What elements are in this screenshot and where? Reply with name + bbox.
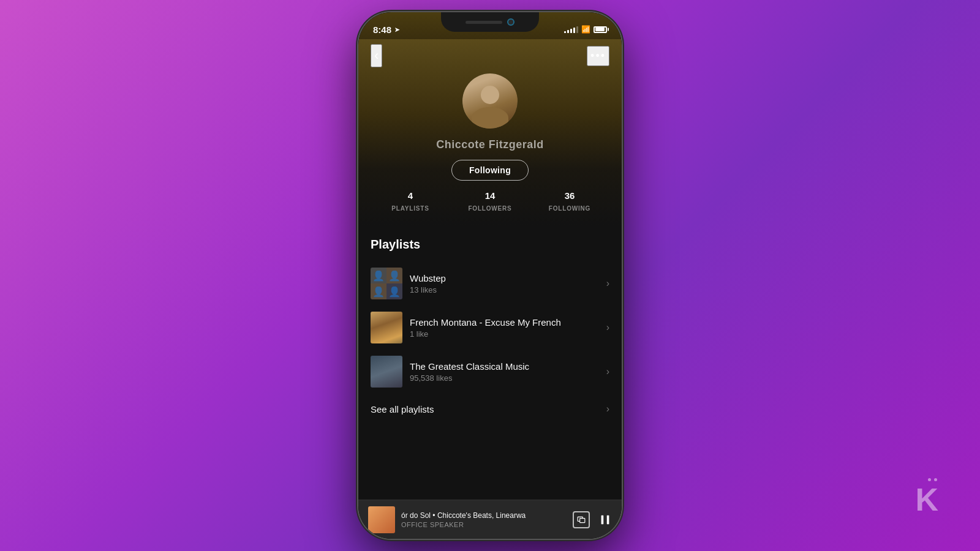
french-montana-thumbnail xyxy=(371,312,402,343)
kicker-logo: K xyxy=(915,484,937,515)
wubstep-name: Wubstep xyxy=(410,273,599,283)
classical-info: The Greatest Classical Music 95,538 like… xyxy=(410,361,599,383)
battery-icon xyxy=(594,26,607,33)
french-montana-likes: 1 like xyxy=(410,329,599,339)
svg-rect-3 xyxy=(607,515,609,524)
status-icons: 📶 xyxy=(564,25,607,34)
stats-row: 4 PLAYLISTS 14 FOLLOWERS 36 FOLLOWING xyxy=(358,190,622,213)
signal-icon xyxy=(564,26,578,33)
playlist-item-wubstep[interactable]: 👤 👤 👤 👤 Wubstep 13 likes › xyxy=(358,261,622,305)
avatar xyxy=(462,73,518,129)
avatar-container xyxy=(358,73,622,129)
svg-rect-2 xyxy=(601,515,604,524)
mini-player-title: ór do Sol • Chiccote's Beats, Linearwa xyxy=(401,511,567,520)
chevron-right-icon: › xyxy=(606,322,609,333)
device-button[interactable] xyxy=(573,511,590,528)
status-time: 8:48 ➤ xyxy=(373,24,399,35)
mini-player[interactable]: ór do Sol • Chiccote's Beats, Linearwa O… xyxy=(358,500,622,539)
chevron-right-icon: › xyxy=(606,278,609,289)
speaker-slot xyxy=(466,21,502,24)
mini-player-subtitle: OFFICE SPEAKER xyxy=(401,521,567,528)
following-button[interactable]: Following xyxy=(451,160,529,181)
camera xyxy=(507,18,514,26)
see-all-label: See all playlists xyxy=(371,404,434,414)
playlist-item-classical[interactable]: The Greatest Classical Music 95,538 like… xyxy=(358,350,622,394)
french-montana-name: French Montana - Excuse My French xyxy=(410,317,599,328)
username: Chiccote Fitzgerald xyxy=(358,138,622,151)
wubstep-likes: 13 likes xyxy=(410,285,599,294)
phone-frame: 8:48 ➤ xyxy=(358,12,622,539)
classical-thumbnail xyxy=(371,356,402,388)
chevron-right-icon: › xyxy=(606,366,609,377)
mini-player-info: ór do Sol • Chiccote's Beats, Linearwa O… xyxy=(401,511,567,528)
content-area: Playlists 👤 👤 👤 👤 Wubstep 13 likes xyxy=(358,225,622,500)
wifi-icon: 📶 xyxy=(581,25,590,34)
profile-header: ‹ ••• Chiccote Fitzgerald Following xyxy=(358,39,622,225)
stat-playlists[interactable]: 4 PLAYLISTS xyxy=(371,190,450,213)
notch xyxy=(441,12,539,32)
pause-button[interactable] xyxy=(598,513,612,527)
see-all-chevron-icon: › xyxy=(606,403,609,414)
more-button[interactable]: ••• xyxy=(587,46,609,66)
see-all-playlists[interactable]: See all playlists › xyxy=(358,394,622,424)
mini-player-thumbnail xyxy=(368,506,395,533)
stat-following[interactable]: 36 FOLLOWING xyxy=(530,190,609,213)
mini-player-controls xyxy=(573,511,612,528)
svg-rect-1 xyxy=(580,518,585,522)
stat-followers[interactable]: 14 FOLLOWERS xyxy=(450,190,530,213)
wubstep-thumbnail: 👤 👤 👤 👤 xyxy=(371,268,402,299)
french-montana-info: French Montana - Excuse My French 1 like xyxy=(410,317,599,339)
playlists-heading: Playlists xyxy=(358,238,622,261)
wubstep-info: Wubstep 13 likes xyxy=(410,273,599,294)
back-button[interactable]: ‹ xyxy=(371,44,382,67)
classical-name: The Greatest Classical Music xyxy=(410,361,599,372)
playlist-item-french-montana[interactable]: French Montana - Excuse My French 1 like… xyxy=(358,305,622,350)
classical-likes: 95,538 likes xyxy=(410,373,599,383)
